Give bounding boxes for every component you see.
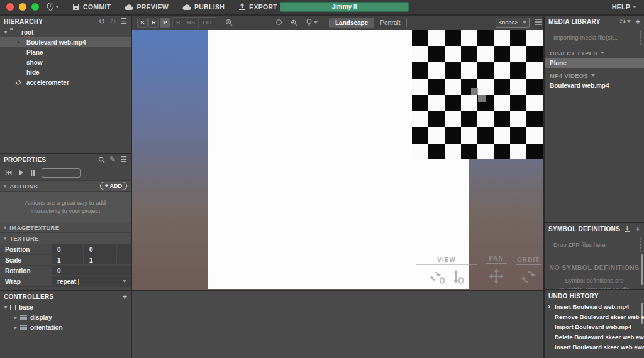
project-name-button[interactable]: Jimmy II xyxy=(280,2,409,12)
undo-icon[interactable]: ↺ xyxy=(99,18,105,25)
lighting-bulb-menu[interactable] xyxy=(306,19,318,27)
hierarchy-header: HIERARCHY ↺ ↻ ☰ xyxy=(0,16,131,27)
imagetexture-section-header[interactable]: ▾ IMAGETEXTURE xyxy=(0,222,131,233)
hierarchy-item-plane[interactable]: Plane xyxy=(0,47,131,57)
hierarchy-item-root[interactable]: ▾ root xyxy=(0,27,131,37)
texture-handle[interactable] xyxy=(478,95,486,102)
maximize-window-button[interactable] xyxy=(31,3,39,11)
hierarchy-menu-icon[interactable]: ☰ xyxy=(120,18,127,25)
undo-history-item[interactable]: Import Boulevard web.mp4 xyxy=(545,322,644,332)
zoom-out-icon[interactable] xyxy=(225,19,233,26)
collapse-chevron-icon[interactable]: ▾ xyxy=(3,305,9,310)
zpp-dropzone[interactable]: Drop ZPP files here xyxy=(548,237,641,252)
play-icon[interactable] xyxy=(18,170,24,176)
search-icon[interactable] xyxy=(98,156,105,163)
controller-item-base[interactable]: ▾ base xyxy=(0,302,131,312)
controller-states-icon xyxy=(20,315,27,320)
properties-title: PROPERTIES xyxy=(4,156,98,163)
properties-menu-icon[interactable]: ☰ xyxy=(120,156,127,163)
viewport-menu-icon[interactable] xyxy=(535,19,542,26)
expand-chevron-icon[interactable]: ▸ xyxy=(13,325,19,330)
scale-x-field[interactable]: 1 xyxy=(52,255,83,264)
texture-section-header[interactable]: ▾ TEXTURE xyxy=(0,233,131,244)
scrollbar-thumb[interactable] xyxy=(641,254,643,285)
close-window-button[interactable] xyxy=(6,3,14,11)
texture-handle[interactable] xyxy=(471,88,478,95)
pan-control-group[interactable]: PAN xyxy=(486,255,507,285)
redo-icon[interactable]: ↻ xyxy=(109,18,116,25)
hierarchy-item-boulevard-web-mp4[interactable]: Boulevard web.mp4 xyxy=(0,37,131,47)
collapse-chevron-icon[interactable]: ▾ xyxy=(3,30,9,35)
wrap-select[interactable]: repeat xyxy=(52,276,131,286)
node-label: Boulevard web.mp4 xyxy=(26,39,86,46)
hierarchy-item-accelerometer[interactable]: accelerometer xyxy=(0,77,131,87)
property-row-position: Position 0 0 xyxy=(0,244,131,255)
undo-history-panel: UNDO HISTORY Insert Boulevard web.mp4 Re… xyxy=(545,290,644,358)
controller-item-display[interactable]: ▸ display xyxy=(0,312,131,322)
import-media-dropzone[interactable]: Importing media file(s)... xyxy=(548,30,641,45)
position-y-field[interactable]: 0 xyxy=(84,244,116,254)
orbit-control-group[interactable]: ORBIT xyxy=(516,256,541,285)
hierarchy-item-hide[interactable]: hide xyxy=(0,67,131,77)
media-item-plane[interactable]: Plane xyxy=(545,58,644,68)
b-mode-button[interactable]: B xyxy=(173,18,184,28)
property-row-rotation: Rotation 0 xyxy=(0,266,131,276)
minimize-window-button[interactable] xyxy=(19,3,26,11)
controller-checkbox-icon[interactable] xyxy=(10,305,16,310)
edit-pencil-icon[interactable]: ✎ xyxy=(109,156,116,163)
properties-header: PROPERTIES ✎ ☰ xyxy=(0,154,131,165)
timeline-transport xyxy=(0,165,131,180)
subsymbol-select[interactable]: <none> xyxy=(496,18,530,28)
undo-history-item[interactable]: Insert Boulevard skeer web ewa 2.mp4 xyxy=(545,342,644,352)
publish-button[interactable]: PUBLISH xyxy=(175,0,231,14)
rs-mode-button[interactable]: RS xyxy=(184,18,199,28)
timeline-time-input[interactable] xyxy=(42,168,80,178)
chevron-down-icon xyxy=(627,20,631,23)
publish-label: PUBLISH xyxy=(194,3,225,11)
add-symbol-icon[interactable]: + xyxy=(635,225,640,233)
zap-pin-menu[interactable] xyxy=(47,3,59,11)
sort-icon[interactable] xyxy=(619,18,631,24)
portrait-button[interactable]: Portrait xyxy=(374,18,406,28)
expand-chevron-icon[interactable]: ▸ xyxy=(13,315,19,320)
3d-viewport[interactable]: VIEW PAN ORBIT xyxy=(132,30,543,290)
landscape-button[interactable]: Landscape xyxy=(330,18,374,28)
rotation-field[interactable]: 0 xyxy=(52,266,131,275)
scrollbar-thumb[interactable] xyxy=(641,303,643,324)
controller-item-orientation[interactable]: ▸ orientation xyxy=(0,322,131,332)
position-x-field[interactable]: 0 xyxy=(52,244,83,254)
add-media-icon[interactable]: + xyxy=(635,18,640,26)
undo-history-item[interactable]: Delete Boulevard skeer web ewa 2.mp4 xyxy=(545,332,644,342)
position-mode-button[interactable]: P xyxy=(160,18,170,28)
viewport-toolbar: S R P B RS TXT Landscape Portrait <none> xyxy=(132,16,543,30)
texture-section-label: TEXTURE xyxy=(9,235,38,242)
commit-button[interactable]: COMMIT xyxy=(65,0,118,14)
imagetexture-section-label: IMAGETEXTURE xyxy=(9,224,59,231)
mp4-videos-group-header[interactable]: MP4 VIDEOS xyxy=(545,70,644,80)
actions-section-header[interactable]: ▾ ACTIONS + ADD xyxy=(0,180,131,192)
zoom-slider[interactable] xyxy=(236,23,287,23)
import-download-icon[interactable] xyxy=(624,225,631,232)
zap-pin-icon xyxy=(47,3,54,11)
export-button[interactable]: EXPORT xyxy=(231,0,284,14)
skip-to-start-icon[interactable] xyxy=(5,170,12,176)
zoom-in-icon[interactable] xyxy=(291,19,297,26)
zoom-slider-handle[interactable] xyxy=(276,19,282,25)
pause-icon[interactable] xyxy=(30,170,35,176)
help-menu[interactable]: HELP xyxy=(612,0,636,14)
scale-mode-button[interactable]: S xyxy=(137,18,148,28)
media-library-panel: MEDIA LIBRARY + Importing media file(s).… xyxy=(545,16,644,222)
scale-y-field[interactable]: 1 xyxy=(84,255,116,264)
add-controller-icon[interactable]: + xyxy=(122,293,127,301)
collapse-chevron-icon: ▾ xyxy=(4,236,6,241)
add-action-button[interactable]: + ADD xyxy=(100,182,127,190)
media-item-boulevard-web-mp4[interactable]: Boulevard web.mp4 xyxy=(545,80,644,90)
object-types-group-header[interactable]: OBJECT TYPES xyxy=(545,48,644,58)
undo-history-item[interactable]: Remove Boulevard skeer web ewa 2.mp4 xyxy=(545,312,644,322)
rotate-mode-button[interactable]: R xyxy=(148,18,159,28)
hierarchy-item-show[interactable]: show xyxy=(0,57,131,67)
preview-button[interactable]: PREVIEW xyxy=(118,0,175,14)
undo-history-item[interactable]: Insert Boulevard web.mp4 xyxy=(545,301,644,312)
export-upload-icon xyxy=(238,3,246,11)
txt-mode-button[interactable]: TXT xyxy=(199,18,216,28)
